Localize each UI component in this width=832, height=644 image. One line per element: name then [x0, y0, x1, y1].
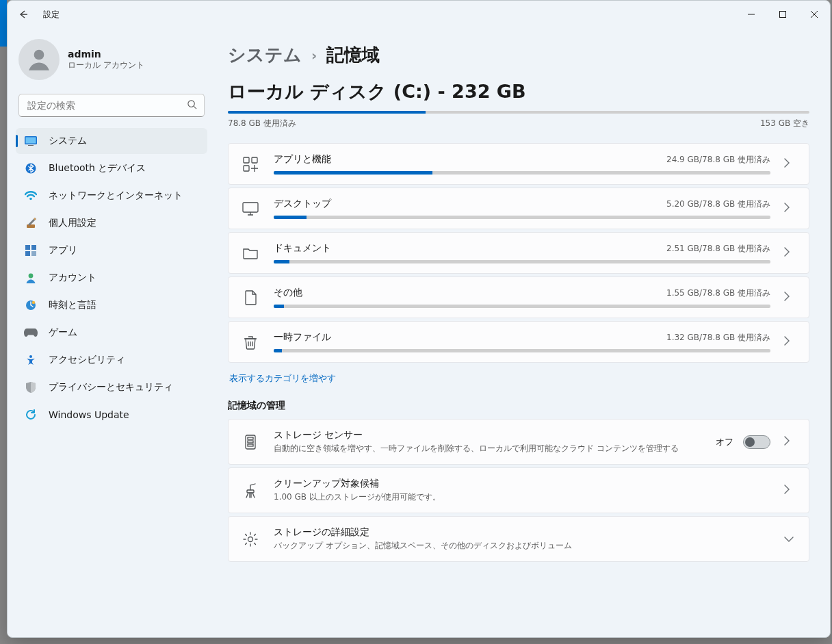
- storage-sensor-toggle[interactable]: [743, 435, 770, 449]
- show-more-categories-link[interactable]: 表示するカテゴリを増やす: [229, 372, 336, 385]
- sidebar-item-label: アカウント: [49, 272, 96, 284]
- breadcrumb-parent[interactable]: システム: [228, 43, 302, 67]
- svg-rect-20: [243, 203, 258, 212]
- svg-rect-5: [28, 145, 34, 146]
- category-bar: [274, 260, 770, 263]
- svg-rect-4: [26, 138, 36, 144]
- svg-point-2: [188, 101, 194, 107]
- disk-used-label: 78.8 GB 使用済み: [228, 118, 296, 129]
- manage-item-title: ストレージの詳細設定: [274, 526, 770, 539]
- svg-rect-11: [25, 251, 30, 256]
- svg-rect-23: [248, 441, 253, 443]
- chevron-right-icon: ›: [311, 47, 317, 64]
- category-bar: [274, 171, 770, 175]
- sidebar-item-label: Bluetooth とデバイス: [49, 162, 146, 175]
- sidebar: admin ローカル アカウント システムBluetooth とデバイスネットワ…: [8, 28, 216, 637]
- sidebar-item-label: アクセシビリティ: [49, 354, 125, 366]
- category-value: 1.55 GB/78.8 GB 使用済み: [666, 287, 770, 299]
- toggle-state-label: オフ: [716, 436, 733, 448]
- sidebar-item-network[interactable]: ネットワークとインターネット: [16, 183, 207, 209]
- sidebar-item-account[interactable]: アカウント: [16, 265, 207, 291]
- personal-icon: [24, 216, 38, 230]
- temp-icon: [241, 333, 260, 352]
- disk-title: ローカル ディスク (C:) - 232 GB: [228, 79, 809, 104]
- storage-category-desktop[interactable]: デスクトップ5.20 GB/78.8 GB 使用済み: [228, 188, 809, 229]
- sidebar-item-label: 個人用設定: [49, 217, 96, 229]
- manage-cards: ストレージ センサー自動的に空き領域を増やす、一時ファイルを削除する、ローカルで…: [228, 419, 809, 562]
- sidebar-item-label: ネットワークとインターネット: [49, 190, 183, 202]
- profile-block[interactable]: admin ローカル アカウント: [13, 34, 210, 88]
- docs-icon: [241, 244, 260, 263]
- manage-item-title: クリーンアップ対象候補: [274, 478, 770, 490]
- category-title: その他: [274, 287, 302, 299]
- manage-item-advanced[interactable]: ストレージの詳細設定バックアップ オプション、記憶域スペース、その他のディスクお…: [228, 516, 809, 562]
- game-icon: [24, 326, 38, 339]
- chevron-right-icon: [784, 336, 796, 348]
- main-pane[interactable]: システム › 記憶域 ローカル ディスク (C:) - 232 GB 78.8 …: [216, 28, 830, 637]
- desktop-icon: [241, 199, 260, 218]
- profile-name: admin: [68, 49, 144, 60]
- chevron-right-icon: [784, 203, 796, 214]
- avatar: [18, 39, 60, 80]
- sidebar-item-label: アプリ: [49, 244, 77, 257]
- arrow-left-icon: [18, 9, 29, 20]
- storage-category-temp[interactable]: 一時ファイル1.32 GB/78.8 GB 使用済み: [228, 321, 809, 363]
- minimize-icon: [748, 11, 755, 18]
- category-title: アプリと機能: [274, 153, 331, 166]
- category-value: 24.9 GB/78.8 GB 使用済み: [666, 154, 770, 166]
- sidebar-item-system[interactable]: システム: [16, 128, 207, 154]
- system-icon: [24, 134, 38, 148]
- svg-rect-8: [27, 224, 35, 228]
- sidebar-item-label: システム: [49, 135, 87, 147]
- category-title: 一時ファイル: [274, 331, 331, 344]
- sidebar-item-personal[interactable]: 個人用設定: [16, 210, 207, 236]
- sidebar-item-apps[interactable]: アプリ: [16, 237, 207, 263]
- svg-point-15: [32, 301, 35, 304]
- svg-rect-0: [780, 12, 786, 18]
- sidebar-item-time[interactable]: 時刻と言語: [16, 292, 207, 318]
- sensor-icon: [241, 433, 260, 452]
- close-button[interactable]: [798, 3, 830, 25]
- apps-icon: [241, 155, 260, 174]
- category-bar: [274, 349, 770, 352]
- maximize-button[interactable]: [767, 3, 798, 25]
- svg-point-7: [29, 198, 32, 201]
- sidebar-item-privacy[interactable]: プライバシーとセキュリティ: [16, 374, 207, 400]
- svg-point-13: [29, 274, 34, 279]
- search-box[interactable]: [18, 94, 205, 117]
- storage-category-apps[interactable]: アプリと機能24.9 GB/78.8 GB 使用済み: [228, 143, 809, 185]
- manage-item-sub: バックアップ オプション、記憶域スペース、その他のディスクおよびボリューム: [274, 540, 770, 552]
- back-button[interactable]: [13, 4, 34, 25]
- settings-window: 設定: [7, 0, 831, 638]
- manage-item-sub: 自動的に空き領域を増やす、一時ファイルを削除する、ローカルで利用可能なクラウド …: [274, 443, 702, 454]
- search-input[interactable]: [19, 94, 204, 116]
- chevron-right-icon: [784, 158, 796, 170]
- cleanup-icon: [241, 481, 260, 500]
- sidebar-item-label: Windows Update: [49, 409, 129, 420]
- sidebar-item-game[interactable]: ゲーム: [16, 320, 207, 346]
- svg-rect-19: [244, 166, 249, 171]
- storage-category-docs[interactable]: ドキュメント2.51 GB/78.8 GB 使用済み: [228, 232, 809, 274]
- breadcrumb-current: 記憶域: [326, 43, 380, 67]
- category-title: ドキュメント: [274, 242, 331, 255]
- manage-item-sub: 1.00 GB 以上のストレージが使用可能です。: [274, 491, 770, 503]
- svg-rect-17: [244, 157, 249, 163]
- storage-category-other[interactable]: その他1.55 GB/78.8 GB 使用済み: [228, 276, 809, 318]
- sidebar-item-bluetooth[interactable]: Bluetooth とデバイス: [16, 155, 207, 181]
- sidebar-item-access[interactable]: アクセシビリティ: [16, 347, 207, 373]
- category-bar: [274, 305, 770, 308]
- svg-point-26: [248, 537, 253, 541]
- window-title: 設定: [43, 9, 60, 21]
- manage-item-cleanup[interactable]: クリーンアップ対象候補1.00 GB 以上のストレージが使用可能です。: [228, 467, 809, 513]
- sidebar-item-update[interactable]: Windows Update: [16, 402, 207, 428]
- manage-item-title: ストレージ センサー: [274, 429, 702, 441]
- chevron-down-icon: [784, 534, 796, 544]
- minimize-button[interactable]: [736, 3, 767, 25]
- close-icon: [811, 11, 818, 18]
- manage-item-sensor[interactable]: ストレージ センサー自動的に空き領域を増やす、一時ファイルを削除する、ローカルで…: [228, 419, 809, 465]
- category-value: 5.20 GB/78.8 GB 使用済み: [666, 198, 770, 210]
- background-app-ribbon: [0, 0, 7, 47]
- chevron-right-icon: [784, 247, 796, 259]
- sidebar-item-label: プライバシーとセキュリティ: [49, 381, 173, 394]
- bluetooth-icon: [24, 162, 38, 175]
